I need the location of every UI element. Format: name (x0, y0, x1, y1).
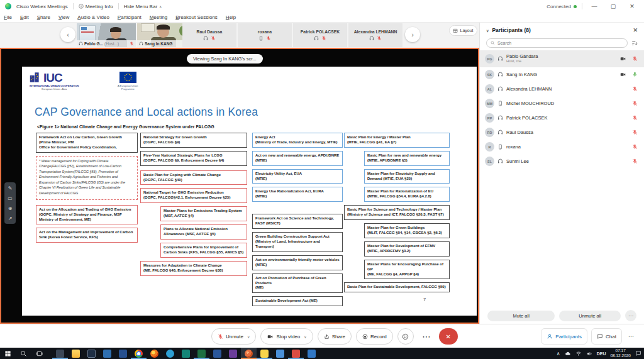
mute-all-button[interactable]: Mute all (487, 311, 555, 321)
participant-row[interactable]: AL Alexandra LEHMANN (480, 82, 644, 96)
collapse-chevron-icon[interactable]: ∨ (486, 28, 489, 33)
taskbar-app-icon[interactable] (304, 348, 319, 359)
mic-active-icon[interactable] (632, 72, 638, 77)
participant-row[interactable]: PG Pablo Gándara Host, me (480, 50, 644, 67)
headset-icon (79, 41, 83, 46)
audio-tile-alexandra[interactable]: Alexandra LEHMANN (348, 23, 402, 47)
participant-row[interactable]: SK Sang In KANG (480, 67, 644, 82)
stop-video-button[interactable]: Stop video∨ (260, 328, 313, 345)
menu-share[interactable]: Share (37, 14, 50, 20)
taskbar-app-icon-webex-active[interactable] (241, 348, 257, 359)
video-thumbnail-sang-in-kang[interactable]: Sang In KANG (137, 23, 189, 47)
participant-row[interactable]: MM Michel MOUCHIROUD (480, 96, 644, 111)
record-icon (362, 334, 368, 340)
participant-name: Raul Daussa (506, 130, 533, 135)
tray-expand-icon[interactable]: ∧ (557, 351, 560, 356)
leave-meeting-button[interactable]: ✕ (439, 328, 458, 345)
participant-subtitle: Host, me (506, 59, 538, 64)
participant-row[interactable]: SL Sunmi Lee (480, 154, 644, 168)
hide-menu-bar-button[interactable]: Hide Menu Bar∧ (124, 4, 162, 9)
taskbar-app-icon[interactable] (115, 348, 131, 359)
participants-more-button[interactable]: ⋯ (625, 310, 636, 321)
taskbar-app-icon[interactable] (288, 348, 304, 359)
zoom-tool-icon[interactable]: ⊕ (6, 204, 14, 212)
mic-muted-icon[interactable] (632, 101, 638, 106)
audio-tile-roxana[interactable]: roxana (238, 23, 292, 47)
participant-row[interactable]: PP Patrick POLACSEK (480, 111, 644, 125)
taskbar-app-icon-kakaotalk[interactable] (257, 348, 272, 359)
filmstrip-prev-button[interactable]: ‹ (60, 27, 75, 42)
participant-search[interactable] (486, 38, 628, 48)
menu-help[interactable]: Help (226, 14, 236, 20)
menu-file[interactable]: File (4, 14, 12, 20)
annotate-tool-icon[interactable]: ✎ (6, 184, 14, 192)
chat-tab-button[interactable]: Chat (591, 328, 622, 345)
panel-more-button[interactable]: ⋯ (626, 333, 636, 340)
menu-view[interactable]: View (58, 14, 69, 20)
layout-button[interactable]: Layout (449, 25, 477, 36)
start-button[interactable] (0, 348, 16, 359)
mic-muted-icon[interactable] (632, 158, 638, 164)
participant-row[interactable]: R roxana (480, 140, 644, 154)
headset-icon (497, 158, 503, 164)
taskbar-app-icon[interactable] (99, 348, 115, 359)
taskbar-app-icon-chrome[interactable] (131, 348, 147, 359)
menu-participant[interactable]: Participant (118, 14, 142, 20)
taskbar-app-icon-word[interactable] (209, 348, 225, 359)
taskbar-app-icon[interactable] (178, 348, 194, 359)
meeting-info-button[interactable]: Meeting Info (79, 4, 113, 9)
close-button[interactable]: ✕ (625, 1, 639, 12)
language-indicator[interactable]: DEU (597, 351, 606, 356)
camera-on-icon (619, 56, 626, 62)
taskbar-app-icon[interactable] (225, 348, 241, 359)
network-icon[interactable] (575, 351, 582, 356)
volume-icon[interactable] (586, 351, 592, 356)
chevron-down-icon[interactable]: ∨ (304, 334, 306, 339)
mic-muted-icon[interactable] (632, 115, 638, 121)
unmute-button[interactable]: Unmute∨ (211, 328, 256, 345)
menu-edit[interactable]: Edit (20, 14, 29, 20)
cloud-icon[interactable] (565, 351, 571, 356)
mic-muted-icon (377, 36, 382, 41)
taskbar-app-icon-skype[interactable] (162, 348, 178, 359)
minimize-button[interactable]: — (587, 1, 601, 12)
taskbar-app-icon-firefox[interactable] (147, 348, 162, 359)
taskbar-app-icon[interactable] (52, 348, 68, 359)
filmstrip-next-button[interactable]: › (405, 27, 420, 42)
action-center-icon[interactable] (635, 350, 641, 356)
mic-muted-icon[interactable] (632, 86, 638, 92)
task-view-button[interactable] (31, 348, 47, 359)
taskbar-search-button[interactable] (16, 348, 31, 359)
menu-meeting[interactable]: Meeting (150, 14, 167, 20)
participants-tab-button[interactable]: Participants (541, 328, 587, 345)
shape-tool-icon[interactable]: ▭ (6, 194, 14, 202)
mic-muted-icon[interactable] (632, 130, 638, 135)
taskbar-app-icon-file-explorer[interactable] (68, 348, 84, 359)
menu-audio-video[interactable]: Audio & Video (77, 14, 109, 20)
taskbar-app-icon-excel[interactable] (194, 348, 209, 359)
taskbar-app-icon[interactable] (272, 348, 288, 359)
more-options-button[interactable]: ⋯ (418, 328, 435, 345)
participant-row[interactable]: RD Raul Daussa (480, 125, 644, 140)
search-input[interactable] (497, 41, 623, 45)
taskbar-app-icon[interactable] (84, 348, 99, 359)
panel-close-icon[interactable]: ✕ (633, 27, 638, 33)
unmute-all-button[interactable]: Unmute all (559, 311, 621, 321)
menu-breakout-sessions[interactable]: Breakout Sessions (175, 14, 218, 20)
share-button[interactable]: Share (318, 328, 352, 345)
reactions-button[interactable] (397, 328, 414, 345)
chevron-down-icon[interactable]: ∨ (247, 334, 250, 339)
record-button[interactable]: Record (356, 328, 393, 345)
audio-tile-raul[interactable]: Raul Daussa (182, 23, 236, 47)
slide-box: Comprehensive Plans for Improvement of C… (160, 243, 247, 258)
pointer-tool-icon[interactable]: ↗ (6, 214, 14, 222)
taskbar-clock[interactable]: 07:17 08.12.2020 (610, 348, 631, 358)
audio-tile-patrick[interactable]: Patrick POLACSEK (293, 23, 347, 47)
sort-icon[interactable] (631, 40, 638, 47)
maximize-button[interactable]: ▢ (606, 1, 620, 12)
headset-icon (497, 115, 503, 121)
mic-muted-icon[interactable] (632, 144, 638, 150)
video-thumbnail-pablo[interactable]: Pablo G... (Host...) (77, 23, 136, 47)
mic-muted-icon (321, 36, 326, 41)
mic-muted-icon[interactable] (632, 56, 638, 62)
